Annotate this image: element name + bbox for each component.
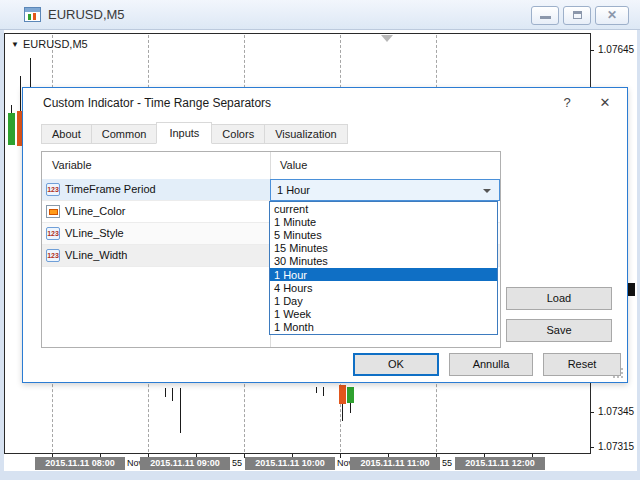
load-button[interactable]: Load bbox=[506, 287, 612, 310]
chart-symbol-label: ▼EURUSD,M5 bbox=[11, 38, 88, 50]
candle-wick bbox=[350, 403, 351, 413]
dropdown-item-current[interactable]: current bbox=[270, 202, 497, 215]
ok-button[interactable]: OK bbox=[353, 353, 439, 376]
price-label: 1.07645 bbox=[598, 44, 634, 55]
dropdown-item-15-minutes[interactable]: 15 Minutes bbox=[270, 242, 497, 255]
dropdown-item-1-day[interactable]: 1 Day bbox=[270, 294, 497, 307]
price-label: 1.07315 bbox=[598, 441, 634, 452]
chart-symbol-text: EURUSD,M5 bbox=[23, 38, 88, 50]
candle-wick bbox=[342, 404, 343, 421]
dropdown-item-1-month[interactable]: 1 Month bbox=[270, 321, 497, 334]
highlighted-time-label: 2015.11.11 12:00 bbox=[455, 457, 545, 470]
tab-visualization[interactable]: Visualization bbox=[264, 124, 348, 144]
window-title: EURUSD,M5 bbox=[48, 7, 125, 22]
close-icon: ✕ bbox=[596, 7, 628, 24]
tab-about[interactable]: About bbox=[41, 124, 92, 144]
numeric-parameter-icon: 123 bbox=[46, 249, 60, 262]
reset-button[interactable]: Reset bbox=[543, 353, 621, 376]
dropdown-item-1-week[interactable]: 1 Week bbox=[270, 308, 497, 321]
candle-wick bbox=[165, 388, 166, 397]
candle-wick bbox=[20, 76, 21, 111]
price-tick bbox=[590, 447, 594, 448]
dropdown-item-4-hours[interactable]: 4 Hours bbox=[270, 281, 497, 294]
highlighted-time-label: 2015.11.11 08:00 bbox=[35, 457, 125, 470]
candle-wick bbox=[11, 105, 12, 113]
column-header-value: Value bbox=[280, 152, 307, 179]
bull-candle bbox=[8, 113, 15, 145]
highlighted-time-label: 2015.11.11 09:00 bbox=[140, 457, 230, 470]
price-tick bbox=[590, 412, 594, 413]
restore-icon bbox=[573, 11, 582, 19]
dropdown-item-1-minute[interactable]: 1 Minute bbox=[270, 215, 497, 228]
restore-button[interactable] bbox=[563, 6, 591, 25]
collapse-triangle-icon[interactable]: ▼ bbox=[11, 40, 19, 49]
resize-grip[interactable] bbox=[614, 369, 623, 378]
tab-common[interactable]: Common bbox=[91, 124, 158, 144]
dialog-close-button[interactable]: ✕ bbox=[597, 95, 613, 110]
candle-wick bbox=[30, 58, 31, 87]
window-titlebar: EURUSD,M5 ✕ bbox=[0, 0, 640, 30]
time-label: 55 bbox=[232, 457, 242, 470]
color-parameter-icon bbox=[46, 205, 60, 218]
timeframe-combobox[interactable]: 1 Hour bbox=[270, 179, 500, 201]
candle-wick bbox=[323, 387, 324, 396]
highlighted-time-label: 2015.11.11 10:00 bbox=[245, 457, 335, 470]
cancel-button[interactable]: Annulla bbox=[449, 353, 533, 376]
window-close-button[interactable]: ✕ bbox=[595, 6, 629, 25]
column-header-variable: Variable bbox=[52, 152, 92, 179]
bear-candle bbox=[339, 385, 346, 404]
dialog-title: Custom Indicator - Time Range Separators bbox=[43, 96, 271, 110]
highlighted-time-label: 2015.11.11 11:00 bbox=[350, 457, 440, 470]
timeframe-dropdown-list: current 1 Minute 5 Minutes 15 Minutes 30… bbox=[269, 201, 498, 335]
numeric-parameter-icon: 123 bbox=[46, 227, 60, 240]
dialog-tabs: About Common Inputs Colors Visualization bbox=[41, 121, 347, 144]
combobox-value: 1 Hour bbox=[277, 180, 499, 200]
tab-inputs[interactable]: Inputs bbox=[156, 122, 212, 144]
candle-wick bbox=[316, 387, 317, 393]
window-border bbox=[0, 471, 640, 480]
chevron-down-icon bbox=[483, 189, 491, 193]
custom-indicator-dialog: Custom Indicator - Time Range Separators… bbox=[22, 87, 628, 383]
time-label: 55 bbox=[442, 457, 452, 470]
candle-wick bbox=[180, 388, 181, 433]
dropdown-item-30-minutes[interactable]: 30 Minutes bbox=[270, 255, 497, 268]
save-button[interactable]: Save bbox=[506, 319, 612, 342]
chart-window-icon bbox=[24, 7, 41, 22]
dropdown-item-1-hour[interactable]: 1 Hour bbox=[270, 268, 497, 281]
price-label: 1.07345 bbox=[598, 406, 634, 417]
dropdown-item-5-minutes[interactable]: 5 Minutes bbox=[270, 228, 497, 241]
current-price-marker bbox=[628, 283, 635, 296]
bull-candle bbox=[347, 387, 354, 403]
help-button[interactable]: ? bbox=[559, 95, 575, 110]
minimize-icon bbox=[540, 16, 551, 19]
price-tick bbox=[590, 50, 594, 51]
object-anchor-icon bbox=[381, 35, 393, 42]
tab-colors[interactable]: Colors bbox=[211, 124, 265, 144]
minimize-button[interactable] bbox=[531, 6, 559, 25]
numeric-parameter-icon: 123 bbox=[46, 183, 60, 196]
candle-wick bbox=[172, 388, 173, 401]
